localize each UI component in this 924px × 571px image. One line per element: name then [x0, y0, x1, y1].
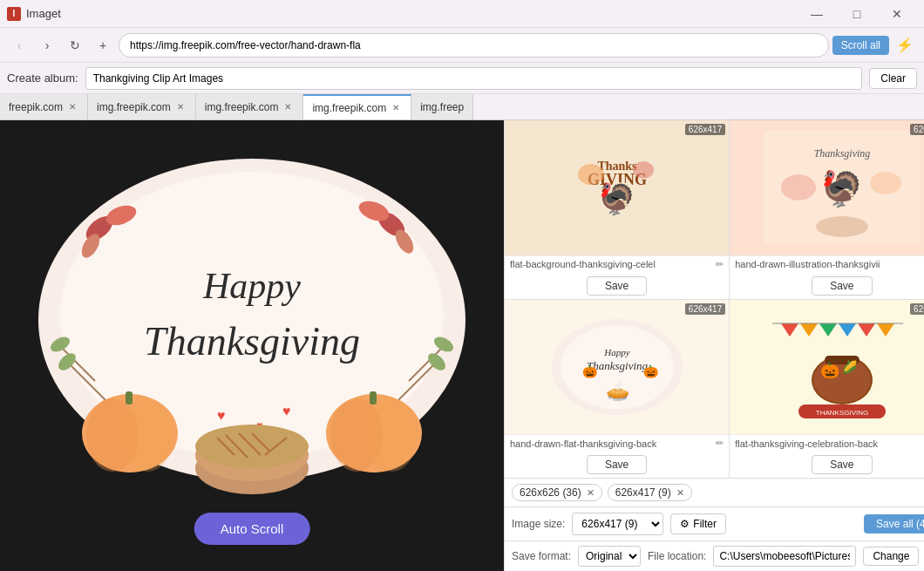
save-button-3[interactable]: Save: [587, 455, 647, 474]
image-name-row-3: hand-drawn-flat-thanksgiving-back ✏: [505, 434, 729, 452]
svg-text:Thanksgiving: Thanksgiving: [144, 319, 360, 364]
size-select[interactable]: 626x417 (9)626x626 (36)All sizes: [572, 513, 663, 535]
tab-imgfreepik2[interactable]: img.freepik.com ✕: [196, 94, 304, 120]
image-thumb-2[interactable]: 620x626 Thanksgiving 🦃: [730, 120, 924, 255]
svg-text:♥: ♥: [282, 404, 291, 418]
edit-icon-3[interactable]: ✏: [716, 438, 724, 449]
location-input[interactable]: [713, 546, 856, 567]
minimize-button[interactable]: —: [797, 0, 837, 28]
save-button-1[interactable]: Save: [587, 276, 647, 296]
image-name-2: hand-drawn-illustration-thanksgivii: [735, 259, 924, 269]
clear-button[interactable]: Clear: [869, 68, 917, 89]
tags-bar: 626x626 (36) ✕ 626x417 (9) ✕: [505, 478, 924, 506]
edit-icon-1[interactable]: ✏: [716, 259, 724, 270]
new-tab-button[interactable]: +: [91, 33, 115, 58]
album-name-input[interactable]: [85, 67, 863, 90]
create-album-label: Create album:: [7, 71, 78, 85]
thumb4-svg: 🎃 🌽 THANKSGIVING: [764, 310, 921, 424]
save-button-2[interactable]: Save: [812, 276, 872, 296]
app-icon: I: [7, 7, 21, 21]
thumb1-svg: Thanks GIVING 🦃: [539, 131, 696, 244]
back-button[interactable]: ‹: [7, 33, 31, 58]
tab-close-icon[interactable]: ✕: [390, 102, 402, 114]
tab-close-icon[interactable]: ✕: [174, 101, 187, 113]
svg-point-18: [121, 398, 173, 472]
image-name-row-1: flat-background-thanksgiving-celel ✏: [505, 255, 729, 273]
image-size-label: Image size:: [512, 518, 565, 530]
image-cell-1: 626x417 Thanks GIVING 🦃 flat-background-…: [505, 120, 729, 299]
image-thumb-3[interactable]: 626x417 Happy Thanksgiving 🥧 🎃 🎃: [505, 300, 729, 435]
svg-text:THANKSGIVING: THANKSGIVING: [816, 409, 868, 417]
save-btn-row-2: Save: [730, 273, 924, 299]
svg-text:🎃: 🎃: [582, 364, 598, 379]
tag-pill-1[interactable]: 626x626 (36) ✕: [512, 484, 602, 501]
svg-rect-23: [370, 391, 377, 404]
image-thumb-4[interactable]: 626x417: [730, 300, 924, 435]
image-thumb-1[interactable]: 626x417 Thanks GIVING 🦃: [505, 120, 729, 255]
tab-label: img.freepik.com: [312, 102, 386, 114]
album-bar: Create album: Clear: [0, 63, 924, 94]
image-size-badge-1: 626x417: [685, 124, 725, 135]
svg-text:🥧: 🥧: [605, 379, 629, 403]
refresh-button[interactable]: ↻: [63, 33, 87, 58]
change-button[interactable]: Change: [863, 547, 919, 566]
bottom-options: Image size: 626x417 (9)626x626 (36)All s…: [505, 506, 924, 540]
save-btn-row-4: Save: [730, 452, 924, 478]
svg-text:♥: ♥: [217, 408, 226, 423]
auto-scroll-button[interactable]: Auto Scroll: [194, 513, 310, 545]
tab-imgfreepik4[interactable]: img.freep: [411, 94, 473, 120]
tab-close-icon[interactable]: ✕: [66, 101, 78, 113]
tab-imgfreepik1[interactable]: img.freepik.com ✕: [88, 94, 196, 120]
close-button[interactable]: ✕: [877, 0, 917, 28]
maximize-button[interactable]: □: [837, 0, 877, 28]
format-select[interactable]: OriginalJPGPNGWEBP: [578, 546, 641, 567]
forward-button[interactable]: ›: [35, 33, 59, 58]
title-bar-left: I Imaget: [7, 7, 61, 21]
image-name-4: flat-thanksgiving-celebration-back: [735, 438, 924, 449]
svg-text:🎃: 🎃: [643, 364, 659, 379]
tab-close-icon[interactable]: ✕: [282, 101, 294, 113]
image-size-badge-3: 626x417: [685, 303, 725, 315]
tabs-bar: freepik.com ✕ img.freepik.com ✕ img.free…: [0, 94, 924, 120]
filter-icon: ⚙: [680, 518, 690, 530]
filter-button[interactable]: ⚙ Filter: [670, 513, 726, 534]
image-cell-2: 620x626 Thanksgiving 🦃 hand-drawn-illust…: [730, 120, 924, 299]
svg-text:🦃: 🦃: [820, 167, 864, 209]
tag-label-1: 626x626 (36): [520, 486, 581, 499]
bookmark-button[interactable]: ⚡: [893, 33, 917, 58]
svg-rect-19: [126, 391, 132, 404]
svg-text:Thanksgiving: Thanksgiving: [813, 147, 870, 160]
image-name-3: hand-drawn-flat-thanksgiving-back: [510, 438, 712, 449]
tag-pill-2[interactable]: 626x417 (9) ✕: [608, 484, 692, 501]
save-btn-row-3: Save: [505, 452, 729, 478]
address-bar[interactable]: [119, 33, 829, 58]
app-title: Imaget: [26, 7, 61, 20]
tag-label-2: 626x417 (9): [615, 486, 671, 499]
save-all-button[interactable]: Save all (45): [864, 514, 924, 534]
image-size-badge-2: 620x626: [910, 124, 924, 135]
scroll-all-button[interactable]: Scroll all: [832, 36, 889, 55]
tab-label: img.freep: [420, 101, 464, 113]
svg-point-42: [633, 161, 654, 179]
image-size-badge-4: 626x417: [910, 303, 924, 315]
image-cell-3: 626x417 Happy Thanksgiving 🥧 🎃 🎃 hand-dr…: [505, 300, 729, 479]
filter-label: Filter: [693, 518, 717, 530]
save-format-label: Save format:: [512, 550, 571, 562]
image-name-row-4: flat-thanksgiving-celebration-back ✏: [730, 434, 924, 452]
tag-remove-1[interactable]: ✕: [587, 487, 594, 499]
svg-text:🌽: 🌽: [842, 360, 858, 375]
image-name-1: flat-background-thanksgiving-celel: [510, 259, 712, 269]
tab-label: img.freepik.com: [205, 101, 279, 113]
svg-point-47: [870, 172, 901, 194]
tab-freepik[interactable]: freepik.com ✕: [0, 94, 88, 120]
tab-imgfreepik3-active[interactable]: img.freepik.com ✕: [303, 94, 411, 120]
browser-toolbar: ‹ › ↻ + Scroll all ⚡: [0, 28, 924, 63]
main-content: ♥ ♥ ♥ Happy: [0, 120, 924, 571]
thanksgiving-card-svg: ♥ ♥ ♥ Happy: [25, 146, 479, 494]
save-button-4[interactable]: Save: [812, 455, 872, 474]
tab-label: freepik.com: [9, 101, 63, 113]
svg-point-22: [365, 398, 418, 472]
format-bar: Save format: OriginalJPGPNGWEBP File loc…: [505, 540, 924, 571]
tag-remove-2[interactable]: ✕: [676, 487, 684, 499]
images-grid: 626x417 Thanks GIVING 🦃 flat-background-…: [505, 120, 924, 478]
